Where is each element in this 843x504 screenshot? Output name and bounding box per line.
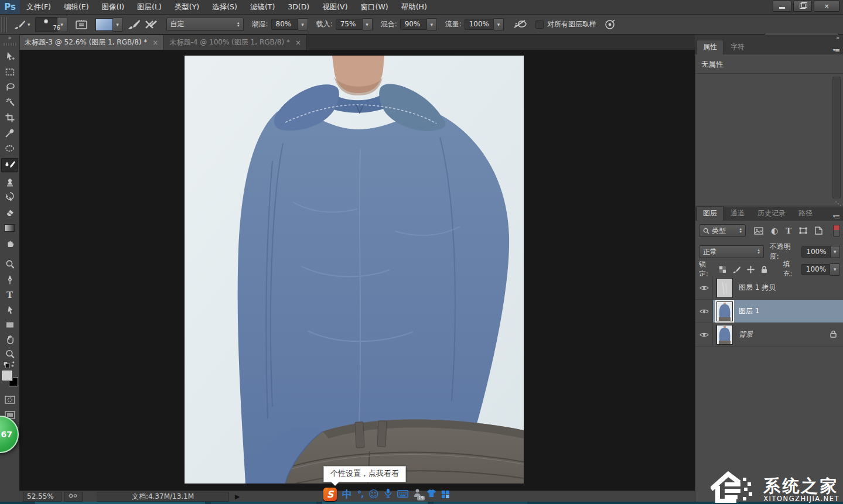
menu-image[interactable]: 图像(I) xyxy=(95,0,131,14)
visibility-toggle[interactable] xyxy=(695,276,713,299)
clone-stamp-tool[interactable] xyxy=(1,175,18,189)
layer-row-background[interactable]: 背景 xyxy=(695,323,843,347)
mix-dropdown[interactable]: ▾ xyxy=(427,18,437,30)
menu-edit[interactable]: 编辑(E) xyxy=(57,0,95,14)
tab-layers[interactable]: 图层 xyxy=(697,206,723,221)
document-tab-2[interactable]: 未标题-4 @ 100% (图层 1, RGB/8) * × xyxy=(164,35,307,50)
opacity-value[interactable]: 100% xyxy=(801,246,830,258)
blend-mode-combo[interactable]: 正常 ▴▾ xyxy=(699,245,764,258)
eyedropper-tool[interactable] xyxy=(1,126,18,140)
lock-all-button[interactable] xyxy=(761,266,767,273)
load-brush-after-stroke-button[interactable] xyxy=(128,18,141,32)
layers-panel-menu-icon[interactable]: ▾≡ xyxy=(833,213,843,221)
lasso-tool[interactable] xyxy=(1,80,18,94)
smudge-tool[interactable] xyxy=(1,236,18,250)
toolbar-collapse-icon[interactable]: » xyxy=(0,35,19,41)
gradient-tool[interactable] xyxy=(1,221,18,235)
wet-value[interactable]: 80% xyxy=(271,19,298,30)
move-tool[interactable] xyxy=(1,50,18,64)
layer-name[interactable]: 图层 1 拷贝 xyxy=(739,283,776,293)
menu-select[interactable]: 选择(S) xyxy=(206,0,244,14)
foreground-background-swatches[interactable] xyxy=(2,371,18,386)
properties-resize-grip[interactable] xyxy=(835,201,842,207)
brush-load-swatch[interactable]: ▾ xyxy=(95,18,123,32)
tab-1-close-icon[interactable]: × xyxy=(152,39,158,47)
layer-name[interactable]: 背景 xyxy=(739,330,753,340)
swap-colors-control[interactable] xyxy=(3,360,16,371)
tab-paths[interactable]: 路径 xyxy=(793,207,818,221)
menu-file[interactable]: 文件(F) xyxy=(20,0,57,14)
swatch-dropdown[interactable]: ▾ xyxy=(113,18,123,32)
toggle-brush-panel-button[interactable] xyxy=(76,18,87,32)
useful-mix-combo[interactable]: 自定 ▴▾ xyxy=(166,18,244,31)
brush-size-picker[interactable]: 76 ▾ xyxy=(35,18,67,32)
sogou-logo[interactable]: S xyxy=(323,488,337,501)
visibility-toggle[interactable] xyxy=(695,300,713,323)
tab-channels[interactable]: 通道 xyxy=(725,207,750,221)
menu-view[interactable]: 视图(V) xyxy=(316,0,354,14)
ime-emoji-button[interactable]: ☺ xyxy=(368,488,379,500)
lock-transparency-button[interactable] xyxy=(719,266,726,273)
tool-preset-picker[interactable]: ▾ xyxy=(13,18,30,32)
document-tab-1[interactable]: 未标题-3 @ 52.6% (图层 1, RGB/8) * × xyxy=(19,35,164,50)
hand-tool[interactable] xyxy=(1,332,18,347)
load-dropdown[interactable]: ▾ xyxy=(363,18,373,30)
sample-all-layers-checkbox[interactable] xyxy=(535,20,544,29)
collapse-panels-icon[interactable]: » xyxy=(836,35,839,41)
mix-value[interactable]: 90% xyxy=(400,19,427,30)
filtering-toggle-switch[interactable] xyxy=(833,225,840,236)
layer-thumbnail[interactable] xyxy=(716,278,733,298)
menu-3d[interactable]: 3D(D) xyxy=(281,0,316,14)
filter-adjustment-layers-button[interactable]: ◐ xyxy=(771,226,778,235)
eraser-tool[interactable] xyxy=(1,205,18,220)
airbrush-toggle-button[interactable] xyxy=(513,18,527,32)
layer-name[interactable]: 图层 1 xyxy=(739,306,759,316)
fill-value[interactable]: 100% xyxy=(801,264,831,275)
lock-position-button[interactable] xyxy=(747,266,755,273)
ime-account-button[interactable]: 19 xyxy=(414,489,421,500)
document-size-field[interactable]: 文档:4.37M/13.1M xyxy=(97,492,229,502)
filter-smart-objects-button[interactable] xyxy=(815,227,822,235)
pen-tool[interactable] xyxy=(1,273,18,287)
tab-2-close-icon[interactable]: × xyxy=(295,39,301,47)
toolbar-grip[interactable] xyxy=(4,43,16,46)
tab-history[interactable]: 历史记录 xyxy=(752,207,791,221)
fill-dropdown[interactable]: ▾ xyxy=(830,263,840,276)
clean-brush-after-stroke-button[interactable] xyxy=(144,18,158,32)
filter-shape-layers-button[interactable] xyxy=(799,227,807,234)
rectangle-shape-tool[interactable] xyxy=(1,318,18,332)
dodge-tool[interactable] xyxy=(1,258,18,272)
ime-voice-button[interactable] xyxy=(384,488,392,500)
tab-character[interactable]: 字符 xyxy=(725,40,750,54)
status-flyout-arrow-icon[interactable]: ▶ xyxy=(235,493,240,500)
zoom-level-field[interactable]: 52.55% xyxy=(23,492,62,502)
flow-value[interactable]: 100% xyxy=(465,19,494,30)
ime-language-toggle[interactable]: 中 xyxy=(342,488,352,501)
menu-layer[interactable]: 图层(L) xyxy=(131,0,168,14)
filter-type-layers-button[interactable]: T xyxy=(786,227,791,235)
path-selection-tool[interactable] xyxy=(1,303,18,317)
quick-mask-button[interactable] xyxy=(1,393,18,407)
tab-properties[interactable]: 属性 xyxy=(697,40,723,54)
menu-help[interactable]: 帮助(H) xyxy=(395,0,434,14)
ime-keyboard-button[interactable] xyxy=(397,489,408,500)
ime-toolbox-button[interactable] xyxy=(442,491,449,498)
type-tool[interactable]: T xyxy=(1,288,18,302)
menu-type[interactable]: 类型(Y) xyxy=(168,0,206,14)
visibility-toggle[interactable] xyxy=(695,323,713,346)
restore-button[interactable] xyxy=(793,1,812,12)
layer-row-copy[interactable]: 图层 1 拷贝 xyxy=(695,276,843,300)
foreground-color-swatch[interactable] xyxy=(2,371,12,380)
lock-pixels-button[interactable] xyxy=(732,266,740,273)
properties-panel-menu-icon[interactable]: ▾≡ xyxy=(833,47,843,54)
filter-pixel-layers-button[interactable] xyxy=(754,227,763,235)
opacity-dropdown[interactable]: ▾ xyxy=(831,246,841,258)
wet-dropdown[interactable]: ▾ xyxy=(298,18,308,30)
options-grip[interactable] xyxy=(1,17,7,32)
layer-thumbnail[interactable] xyxy=(716,325,733,345)
layer-row-selected[interactable]: 图层 1 xyxy=(695,300,843,323)
history-brush-tool[interactable] xyxy=(1,190,18,204)
canvas-photo[interactable] xyxy=(185,56,524,484)
menu-filter[interactable]: 滤镜(T) xyxy=(244,0,281,14)
zoom-tool[interactable] xyxy=(1,347,18,361)
